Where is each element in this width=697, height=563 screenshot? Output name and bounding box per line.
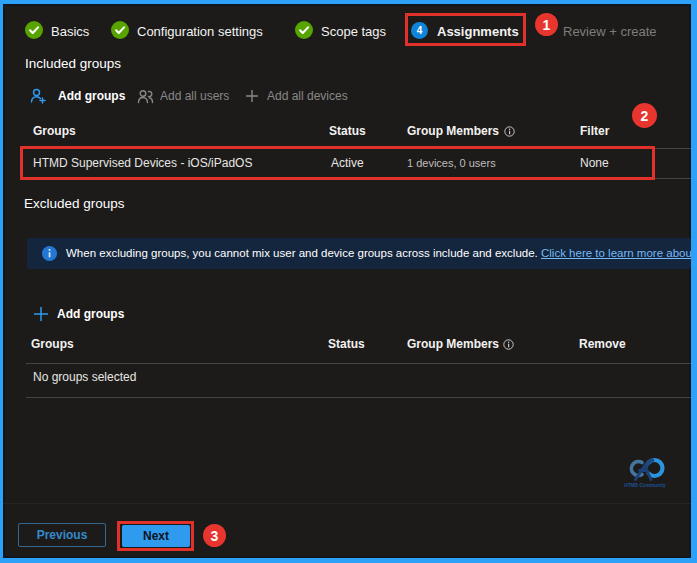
svg-text:HTMD Community: HTMD Community (624, 483, 666, 488)
